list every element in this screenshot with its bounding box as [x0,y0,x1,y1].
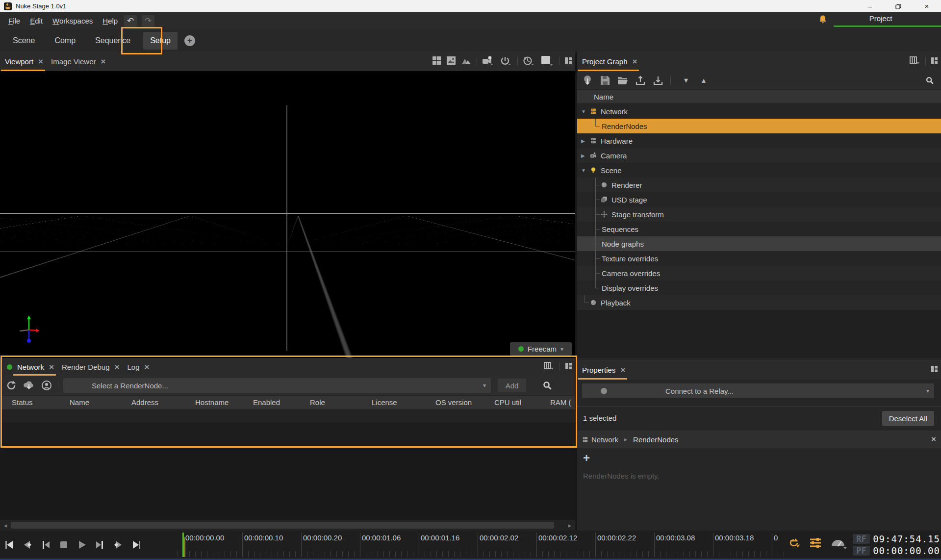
column-header-name[interactable]: Name [70,398,89,407]
tree-item-usd-stage[interactable]: USD stage [577,192,941,207]
split-panel-icon[interactable] [565,362,572,371]
viewport-3d[interactable]: Freecam ▾ [0,71,575,358]
play-forward-icon[interactable] [112,538,125,551]
camera-selector-dropdown[interactable]: Freecam ▾ [510,342,572,356]
close-tab-icon[interactable]: × [38,57,43,66]
add-property-button[interactable]: + [583,452,590,464]
tree-item-display-overrides[interactable]: Display overrides [577,280,941,295]
tab-project-graph[interactable]: Project Graph × [577,51,640,71]
undo-icon[interactable]: ↶ [124,15,137,27]
power-options-icon[interactable] [500,56,512,67]
split-panel-icon[interactable] [931,365,938,374]
expander-icon[interactable]: ▼ [581,109,590,114]
scroll-right-icon[interactable]: ▸ [564,522,575,529]
skip-to-end-icon[interactable] [130,538,143,551]
playhead[interactable] [182,533,184,557]
tab-network[interactable]: Network × [12,358,57,376]
search-icon[interactable] [540,379,555,392]
sync-time-options-icon[interactable] [523,56,535,67]
tab-properties[interactable]: Properties × [577,360,628,380]
close-tab-icon[interactable]: × [620,366,625,374]
tree-item-hardware[interactable]: ▶ Hardware [577,133,941,148]
tab-log[interactable]: Log × [122,358,152,376]
play-backward-icon[interactable] [21,538,34,551]
import-icon[interactable] [651,74,665,87]
column-header-enabled[interactable]: Enabled [253,398,280,407]
menu-file[interactable]: File [7,15,22,26]
image-view-icon[interactable] [446,56,456,67]
split-panel-icon[interactable] [564,57,572,66]
column-header-ram[interactable]: RAM ( [550,398,571,407]
stage-sync-icon[interactable] [580,74,595,87]
close-properties-icon[interactable]: × [931,434,936,444]
redo-icon[interactable]: ↷ [142,15,154,27]
collapse-all-icon[interactable]: ▴ [696,74,711,87]
restore-button[interactable] [884,0,913,12]
tree-item-camera[interactable]: ▶ Camera [577,148,941,163]
close-tab-icon[interactable]: × [49,363,54,371]
save-icon[interactable] [598,74,612,87]
search-icon[interactable] [922,74,937,87]
expander-icon[interactable]: ▶ [581,138,590,144]
timeline-settings-icon[interactable] [809,536,822,551]
breadcrumb-root[interactable]: Network [591,435,618,444]
column-header-role[interactable]: Role [310,398,325,407]
tree-item-stage-transform[interactable]: Stage transform [577,207,941,222]
columns-options-icon[interactable] [910,56,920,67]
display-options-icon[interactable] [540,55,554,68]
play-icon[interactable] [76,538,88,551]
tree-item-network[interactable]: ▼ Network [577,104,941,119]
rendernode-table-body[interactable] [1,410,575,446]
loop-playback-icon[interactable] [788,536,801,551]
notification-bell-icon[interactable] [818,15,827,26]
close-tab-icon[interactable]: × [101,57,105,66]
close-tab-icon[interactable]: × [145,363,150,371]
menu-workspaces[interactable]: Workspaces [51,15,94,26]
skip-to-start-icon[interactable] [3,538,16,551]
breadcrumb-current[interactable]: RenderNodes [633,435,679,444]
expander-icon[interactable]: ▼ [581,168,590,173]
close-button[interactable]: × [913,0,941,12]
tree-item-node-graphs[interactable]: Node graphs [577,236,941,251]
close-tab-icon[interactable]: × [633,57,637,66]
column-header-cpu-util[interactable]: CPU util [494,398,521,407]
timeline-ruler[interactable]: 00:00:00.00 00:00:00.10 00:00:00.20 00:0… [177,533,787,557]
project-tab[interactable]: Project [834,14,927,23]
column-header-os-version[interactable]: OS version [435,398,472,407]
tree-item-sequences[interactable]: Sequences [577,222,941,236]
workspace-tab-comp[interactable]: Comp [48,32,82,50]
scroll-left-icon[interactable]: ◂ [0,522,11,529]
tab-image-viewer[interactable]: Image Viewer × [46,51,108,71]
next-frame-icon[interactable] [94,538,106,551]
column-header-hostname[interactable]: Hostname [195,398,229,407]
workspace-tab-setup[interactable]: Setup [143,32,178,50]
split-panel-icon[interactable] [931,57,938,66]
menu-help[interactable]: Help [101,15,119,26]
refresh-icon[interactable] [4,379,19,392]
add-rendernode-button[interactable]: Add [498,379,526,392]
quad-view-icon[interactable] [432,56,441,67]
deselect-all-button[interactable]: Deselect All [882,411,934,426]
relay-connect-dropdown[interactable]: Connect to a Relay... ▾ [582,383,934,398]
tree-column-header[interactable]: Name [577,89,941,104]
minimize-button[interactable]: – [856,0,884,12]
tree-item-rendernodes[interactable]: RenderNodes [577,119,941,133]
environment-icon[interactable] [461,56,472,67]
columns-options-icon[interactable] [544,362,555,372]
tab-render-debug[interactable]: Render Debug × [57,358,123,376]
discover-nodes-icon[interactable] [39,379,54,392]
column-header-address[interactable]: Address [131,398,158,407]
rendernode-select-dropdown[interactable]: Select a RenderNode... ▾ [63,378,491,393]
add-workspace-icon[interactable]: + [184,35,195,46]
playback-speed-gauge-icon[interactable] [830,535,848,552]
expander-icon[interactable]: ▶ [581,153,590,158]
tree-item-scene[interactable]: ▼ Scene [577,163,941,178]
expand-all-icon[interactable]: ▾ [679,74,693,87]
menu-edit[interactable]: Edit [28,15,44,26]
tree-item-renderer[interactable]: Renderer [577,178,941,192]
tree-item-playback[interactable]: Playback [577,295,941,310]
tree-item-texture-overrides[interactable]: Texture overrides [577,251,941,266]
workspace-tab-scene[interactable]: Scene [6,32,42,50]
open-folder-icon[interactable] [615,74,630,87]
column-header-status[interactable]: Status [12,398,33,407]
